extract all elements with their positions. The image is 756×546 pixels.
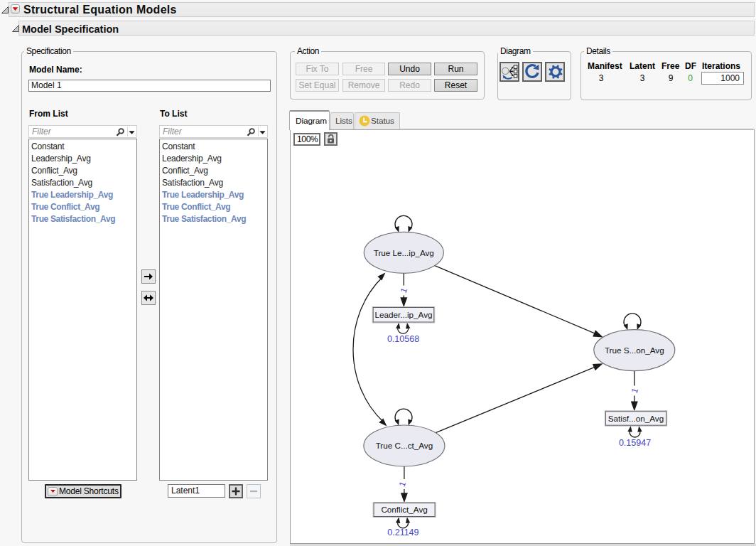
svg-text:Leader...ip_Avg: Leader...ip_Avg <box>374 310 432 319</box>
svg-text:1: 1 <box>397 480 409 488</box>
svg-text:True Le...ip_Avg: True Le...ip_Avg <box>374 248 434 257</box>
svg-text:0.15947: 0.15947 <box>619 438 651 448</box>
svg-text:0.10568: 0.10568 <box>387 334 419 344</box>
svg-text:Satisf...on_Avg: Satisf...on_Avg <box>608 414 664 423</box>
svg-text:0.21149: 0.21149 <box>387 528 418 537</box>
svg-text:1: 1 <box>399 287 410 294</box>
svg-text:Conflict_Avg: Conflict_Avg <box>381 505 427 514</box>
svg-text:True S...on_Avg: True S...on_Avg <box>605 346 664 355</box>
svg-text:True C...ct_Avg: True C...ct_Avg <box>376 441 433 450</box>
svg-text:1: 1 <box>630 387 641 395</box>
